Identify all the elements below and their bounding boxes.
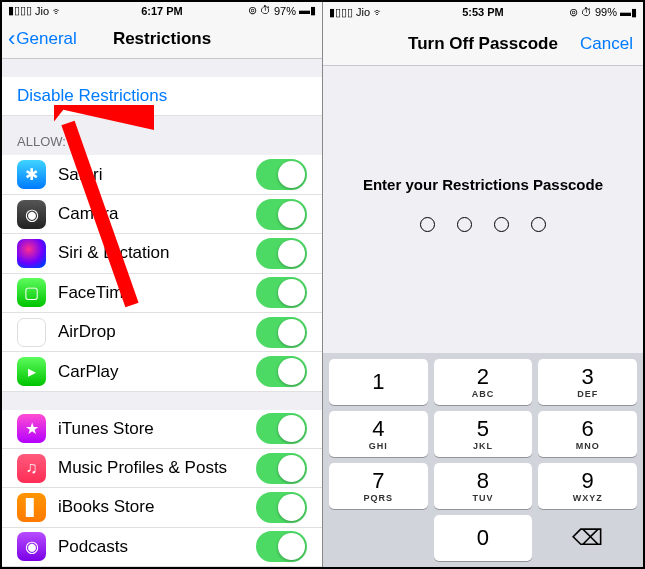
key-number: 2 — [477, 366, 489, 388]
page-title: Restrictions — [113, 29, 211, 49]
app-row-facetime: ▢ FaceTime — [2, 274, 322, 313]
toggle-itunes[interactable] — [256, 413, 307, 444]
app-row-camera: ◉ Camera — [2, 195, 322, 234]
chevron-left-icon: ‹ — [8, 26, 15, 52]
app-row-airdrop: ◎ AirDrop — [2, 313, 322, 352]
app-row-siri: Siri & Dictation — [2, 234, 322, 273]
key-sub: ABC — [472, 389, 495, 399]
signal-icon: ▮▯▯▯ — [329, 6, 353, 19]
siri-icon — [17, 239, 46, 268]
app-row-music: ♫ Music Profiles & Posts — [2, 449, 322, 488]
alarm-icon: ⊚ ⏱ — [248, 4, 271, 17]
key-number: 7 — [372, 470, 384, 492]
key-1[interactable]: 1 — [329, 359, 428, 405]
app-label: Safari — [58, 165, 256, 185]
key-number: 5 — [477, 418, 489, 440]
app-label: iTunes Store — [58, 419, 256, 439]
battery-label: 99% — [595, 6, 617, 18]
battery-label: 97% — [274, 5, 296, 17]
key-blank — [329, 515, 428, 561]
app-label: Siri & Dictation — [58, 243, 256, 263]
alarm-icon: ⊚ ⏱ — [569, 6, 592, 19]
key-sub: WXYZ — [573, 493, 603, 503]
toggle-camera[interactable] — [256, 199, 307, 230]
nav-bar: ‹General Restrictions — [2, 20, 322, 59]
spacer — [2, 59, 322, 77]
app-label: CarPlay — [58, 362, 256, 382]
passcode-dot — [494, 217, 509, 232]
facetime-icon: ▢ — [17, 278, 46, 307]
app-label: iBooks Store — [58, 497, 256, 517]
back-label: General — [16, 29, 76, 49]
passcode-dot — [457, 217, 472, 232]
disable-restrictions-label: Disable Restrictions — [17, 86, 167, 106]
key-sub: DEF — [577, 389, 598, 399]
key-number: 3 — [582, 366, 594, 388]
toggle-ibooks[interactable] — [256, 492, 307, 523]
airdrop-icon: ◎ — [17, 318, 46, 347]
key-3[interactable]: 3DEF — [538, 359, 637, 405]
battery-icon: ▬▮ — [620, 6, 637, 19]
key-number: 1 — [372, 371, 384, 393]
key-sub: GHI — [369, 441, 388, 451]
itunes-icon: ★ — [17, 414, 46, 443]
status-bar: ▮▯▯▯Jioᯤ 6:17 PM ⊚ ⏱97%▬▮ — [2, 2, 322, 20]
toggle-podcasts[interactable] — [256, 531, 307, 562]
key-number: 6 — [582, 418, 594, 440]
key-7[interactable]: 7PQRS — [329, 463, 428, 509]
wifi-icon: ᯤ — [373, 6, 384, 18]
nav-bar: Turn Off Passcode Cancel — [323, 22, 643, 66]
cancel-label: Cancel — [580, 34, 633, 53]
key-number: 8 — [477, 470, 489, 492]
signal-icon: ▮▯▯▯ — [8, 4, 32, 17]
app-label: Podcasts — [58, 537, 256, 557]
toggle-carplay[interactable] — [256, 356, 307, 387]
carplay-icon: ▸ — [17, 357, 46, 386]
music-icon: ♫ — [17, 454, 46, 483]
back-button[interactable]: ‹General — [8, 26, 77, 52]
key-sub: PQRS — [364, 493, 394, 503]
app-row-itunes: ★ iTunes Store — [2, 410, 322, 449]
key-4[interactable]: 4GHI — [329, 411, 428, 457]
camera-icon: ◉ — [17, 200, 46, 229]
app-label: Camera — [58, 204, 256, 224]
app-row-carplay: ▸ CarPlay — [2, 352, 322, 391]
key-number: 9 — [582, 470, 594, 492]
safari-icon: ✱ — [17, 160, 46, 189]
toggle-siri[interactable] — [256, 238, 307, 269]
battery-icon: ▬▮ — [299, 4, 316, 17]
key-backspace[interactable]: ⌫ — [538, 515, 637, 561]
passcode-prompt: Enter your Restrictions Passcode — [363, 176, 603, 193]
app-row-ibooks: ▋ iBooks Store — [2, 488, 322, 527]
key-number: 0 — [477, 527, 489, 549]
ibooks-icon: ▋ — [17, 493, 46, 522]
passcode-dot — [420, 217, 435, 232]
key-sub: JKL — [473, 441, 493, 451]
toggle-facetime[interactable] — [256, 277, 307, 308]
carrier-label: Jio — [356, 6, 370, 18]
disable-restrictions-button[interactable]: Disable Restrictions — [2, 77, 322, 116]
key-2[interactable]: 2ABC — [434, 359, 533, 405]
key-6[interactable]: 6MNO — [538, 411, 637, 457]
phone-passcode: ▮▯▯▯Jioᯤ 5:53 PM ⊚ ⏱99%▬▮ Turn Off Passc… — [322, 2, 643, 567]
toggle-airdrop[interactable] — [256, 317, 307, 348]
key-number: 4 — [372, 418, 384, 440]
backspace-icon: ⌫ — [572, 525, 603, 551]
key-sub: TUV — [472, 493, 493, 503]
app-row-safari: ✱ Safari — [2, 155, 322, 194]
key-5[interactable]: 5JKL — [434, 411, 533, 457]
cancel-button[interactable]: Cancel — [580, 34, 633, 54]
app-label: Music Profiles & Posts — [58, 458, 256, 478]
app-row-podcasts: ◉ Podcasts — [2, 528, 322, 567]
app-label: FaceTime — [58, 283, 256, 303]
status-bar: ▮▯▯▯Jioᯤ 5:53 PM ⊚ ⏱99%▬▮ — [323, 2, 643, 22]
toggle-music[interactable] — [256, 453, 307, 484]
key-0[interactable]: 0 — [434, 515, 533, 561]
key-8[interactable]: 8TUV — [434, 463, 533, 509]
passcode-dot — [531, 217, 546, 232]
key-9[interactable]: 9WXYZ — [538, 463, 637, 509]
spacer — [2, 392, 322, 410]
carrier-label: Jio — [35, 5, 49, 17]
key-sub: MNO — [576, 441, 600, 451]
toggle-safari[interactable] — [256, 159, 307, 190]
